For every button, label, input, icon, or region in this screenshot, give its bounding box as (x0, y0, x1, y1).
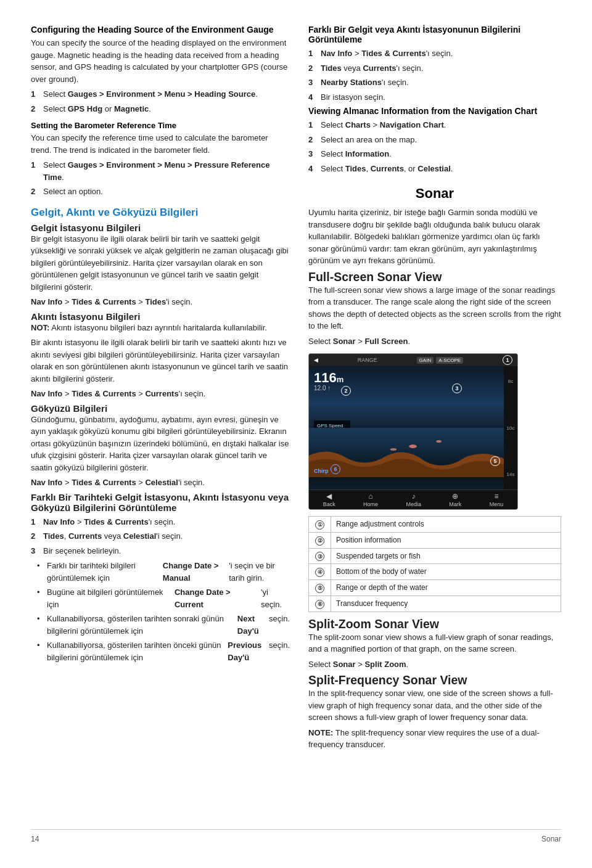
row-circle-5: ⑤ (315, 584, 324, 593)
gelgit-istasyonu-body: Bir gelgit istasyonu ile ilgili olarak b… (31, 233, 290, 293)
nav-mark-label: Mark (449, 501, 461, 507)
footer-right: Sonar (541, 835, 561, 843)
circle-2: 2 (341, 386, 351, 396)
scale-10c: 10c (507, 425, 515, 431)
split-zoom-title: Split-Zoom Sonar View (308, 617, 561, 631)
sonar-main-area: 116m 12.0 ↑ 2 GPS Speed0.0GPS Heading355… (309, 366, 517, 489)
row-circle-3: ③ (315, 552, 324, 561)
split-freq-note: NOTE: The split-frequency sonar view req… (308, 727, 561, 751)
step-number: 4 (308, 91, 317, 104)
svg-point-1 (409, 444, 417, 448)
step-text: Select Information. (321, 148, 392, 160)
almanac-title: Viewing Almanac Information from the Nav… (308, 106, 561, 116)
akinti-nav-text: Nav Info > Tides & Currents > Currents'ı… (31, 388, 290, 400)
list-item: Bugüne ait bilgileri görüntülemek için C… (37, 586, 290, 610)
step-text: Select GPS Hdg or Magnetic. (43, 103, 151, 115)
step-item: 2 Tides, Currents veya Celestial'i seçin… (31, 530, 290, 542)
gelgit-title: Gelgit, Akıntı ve Gökyüzü Bilgileri (31, 207, 290, 219)
table-cell-label: Range or depth of the water (331, 580, 561, 596)
step-number: 2 (308, 62, 317, 75)
media-icon: ♪ (412, 492, 416, 501)
sonar-right-scale: 8c 10c 14s (504, 366, 517, 489)
step-item: 3 Bir seçenek belirleyin. (31, 545, 290, 557)
nav-media-label: Media (406, 501, 421, 507)
table-cell-num: ③ (309, 548, 331, 564)
step-item: 3 Nearby Stations'ı seçin. (308, 76, 561, 89)
table-row: ④ Bottom of the body of water (309, 564, 561, 580)
circle-3: 3 (452, 383, 462, 393)
row-circle-6: ⑥ (315, 600, 324, 609)
sonar-intro: Uyumlu harita çizeriniz, bir isteğe bağl… (308, 207, 561, 267)
table-cell-num: ② (309, 532, 331, 548)
sonar-top-bar: ◀ RANGE GAIN A-SCOPE 1 (309, 354, 517, 366)
full-screen-body: The full-screen sonar view shows a large… (308, 284, 561, 332)
full-screen-title: Full-Screen Sonar View (308, 270, 561, 284)
page: Configuring the Heading Source of the En… (0, 0, 592, 868)
scale-14s: 14s (507, 472, 515, 477)
farkli-tarih-title: Farklı Bir Tarihteki Gelgit İstasyonu, A… (31, 492, 290, 513)
step-text: Nav Info > Tides & Currents'ı seçin. (321, 47, 453, 60)
nav-home-label: Home (363, 501, 378, 507)
sonar-menu-back: ◀ (314, 357, 318, 363)
sonar-callout-table: ① Range adjustment controls ② Position i… (308, 516, 561, 612)
menu-icon: ≡ (494, 492, 498, 501)
table-cell-label: Bottom of the body of water (331, 564, 561, 580)
table-cell-label: Range adjustment controls (331, 517, 561, 533)
table-cell-num: ⑥ (309, 596, 331, 612)
chirp-label: Chirp (314, 468, 329, 474)
step-number: 1 (31, 159, 39, 183)
svg-point-2 (436, 440, 441, 443)
row-circle-2: ② (315, 536, 324, 546)
heading-source-title: Configuring the Heading Source of the En… (31, 25, 290, 35)
table-cell-label: Transducer frequency (331, 596, 561, 612)
full-screen-select: Select Sonar > Full Screen. (308, 335, 561, 348)
sonar-mode-label: RANGE (358, 357, 377, 363)
heading-source-intro: You can specify the source of the headin… (31, 37, 290, 85)
step-number: 1 (308, 47, 317, 60)
step-item: 1 Nav Info > Tides & Currents'ı seçin. (31, 516, 290, 528)
table-row: ⑥ Transducer frequency (309, 596, 561, 612)
akinti-istasyonu-title: Akıntı İstasyonu Bilgileri (31, 311, 290, 322)
page-footer: 14 Sonar (31, 829, 561, 843)
step-text: Select Tides, Currents, or Celestial. (321, 163, 453, 175)
step-item: 3 Select Information. (308, 148, 561, 160)
almanac-steps: 1 Select Charts > Navigation Chart. 2 Se… (308, 119, 561, 174)
nav-menu: ≡ Menu (490, 492, 504, 507)
step-text: Bir seçenek belirleyin. (43, 545, 121, 557)
step-number: 3 (31, 545, 39, 557)
nav-back-label: Back (323, 501, 335, 507)
sonar-center-title: Sonar (308, 186, 561, 202)
step-number: 2 (31, 530, 39, 542)
step-item: 1 Nav Info > Tides & Currents'ı seçin. (308, 47, 561, 60)
farkli-gelgit-steps: 1 Nav Info > Tides & Currents'ı seçin. 2… (308, 47, 561, 103)
farkli-tarih-steps: 1 Nav Info > Tides & Currents'ı seçin. 2… (31, 516, 290, 557)
sonar-image: ◀ RANGE GAIN A-SCOPE 1 116m 12.0 ↑ (308, 353, 518, 510)
mark-icon: ⊕ (452, 492, 458, 501)
step-text: Select Gauges > Environment > Menu > Pre… (43, 159, 290, 183)
table-row: ③ Suspended targets or fish (309, 548, 561, 564)
step-number: 4 (308, 163, 317, 175)
sonar-badge-2: A-SCOPE (436, 357, 463, 364)
nav-media: ♪ Media (406, 492, 421, 507)
step-item: 1 Select Gauges > Environment > Menu > H… (31, 88, 290, 100)
step-item: 2 Tides veya Currents'ı seçin. (308, 62, 561, 75)
step-number: 1 (31, 516, 39, 528)
row-circle-4: ④ (315, 568, 324, 577)
row-circle-1: ① (315, 520, 324, 530)
gokyuzu-body: Gündoğumu, günbatımı, aydoğumu, aybatımı… (31, 414, 290, 474)
gokyuzu-nav-text: Nav Info > Tides & Currents > Celestial'… (31, 477, 290, 489)
split-freq-body: In the split-frequency sonar view, one s… (308, 687, 561, 724)
scale-8c: 8c (508, 379, 513, 384)
circle-6: 6 (331, 464, 340, 474)
split-zoom-select: Select Sonar > Split Zoom. (308, 658, 561, 671)
step-number: 3 (308, 76, 317, 89)
gelgit-istasyonu-title: Gelgit İstasyonu Bilgileri (31, 223, 290, 233)
barometer-steps: 1 Select Gauges > Environment > Menu > P… (31, 159, 290, 198)
akinti-istasyonu-body: Bir akıntı istasyonu ile ilgili olarak b… (31, 337, 290, 385)
sonar-depth-value: 116m (314, 371, 343, 385)
sonar-nav-bar: ◀ Back ⌂ Home ♪ Media ⊕ Mark (309, 489, 517, 509)
gelgit-nav-text: Nav Info > Tides & Currents > Tides'i se… (31, 296, 290, 308)
home-icon: ⌂ (368, 492, 372, 501)
step-text: Select an area on the map. (321, 134, 417, 146)
svg-point-3 (390, 448, 397, 451)
